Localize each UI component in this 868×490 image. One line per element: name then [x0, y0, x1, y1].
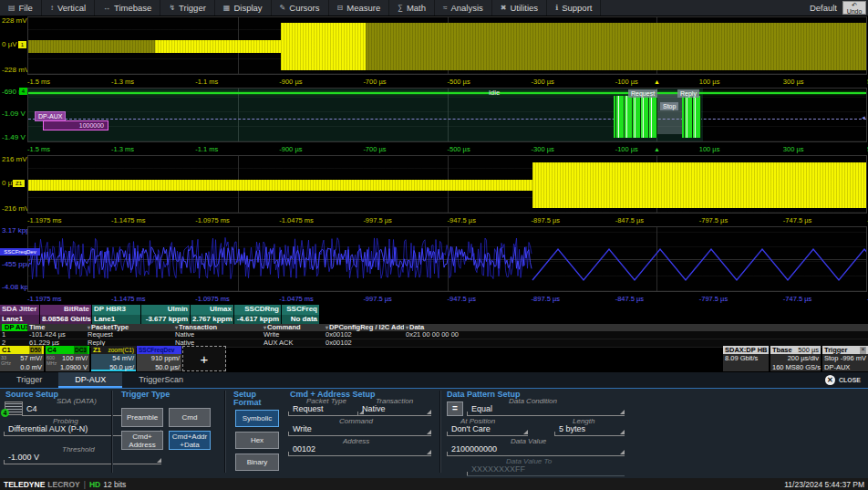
- cmd-button[interactable]: Cmd: [169, 408, 211, 427]
- status-bar: TELEDYNE LECROY | HD 12 bits 11/23/2024 …: [0, 478, 868, 490]
- aux-trigger-position-marker[interactable]: ▲: [654, 144, 660, 155]
- decode-row-1[interactable]: 1 -101.424 µs Request Native Write 0x001…: [0, 331, 868, 339]
- hbr3-uimax-value: 2.767 kppm: [191, 315, 234, 325]
- transaction-select[interactable]: Native: [357, 404, 431, 416]
- aux-ymid-label: -1.09 V: [2, 109, 26, 118]
- menu-cursors[interactable]: ✎Cursors: [272, 0, 329, 16]
- ssc-trace: [28, 227, 867, 292]
- length-select[interactable]: 5 bytes: [554, 424, 625, 436]
- menu-math[interactable]: ∑Math: [389, 0, 435, 16]
- menu-utilities[interactable]: ✖Utilities: [492, 0, 547, 16]
- cmd-addr-data-button[interactable]: Cmd+Addr+Data: [169, 431, 211, 450]
- ssc-trace-label-chip[interactable]: SSCFreqDev: [0, 248, 40, 255]
- menu-vertical[interactable]: ↕Vertical: [42, 0, 95, 16]
- sdax-title: SDAX:DP HB: [725, 346, 768, 354]
- separator: |: [84, 480, 86, 489]
- c4-descriptor[interactable]: C4DC3 600 MHz100 mV/1.0900 V: [46, 346, 89, 371]
- decode-col-command[interactable]: ▾Command: [262, 324, 324, 331]
- add-trace-button[interactable]: +: [182, 346, 226, 371]
- trigger-descriptor[interactable]: Trigger✕ Stop-996 mV DP-AUX: [822, 346, 868, 371]
- z1-name: Z1: [93, 346, 101, 354]
- z1-offset-marker[interactable]: Z1: [13, 180, 25, 187]
- sdax-descriptor[interactable]: SDAX:DP HB 8.09 Gbit/s: [723, 346, 769, 371]
- menu-measure[interactable]: ⊟Measure: [329, 0, 390, 16]
- data-value-to-input[interactable]: XXXXXXXXFF: [467, 464, 625, 476]
- sort-arrow-icon: ▾: [88, 325, 90, 330]
- data-condition-select[interactable]: Equal: [467, 404, 625, 416]
- hbr3-col-sscdrng: SSCDRng: [234, 305, 282, 315]
- c1-bandwidth: 33 GHz: [1, 355, 13, 366]
- c1-coupling-badge: D50: [29, 346, 42, 354]
- aux-trigger-level-marker[interactable]: ◄: [861, 115, 866, 120]
- tab-dp-aux[interactable]: DP-AUX: [58, 372, 122, 388]
- data-value-input[interactable]: 2100000000: [447, 444, 625, 456]
- close-button[interactable]: ✕CLOSE: [825, 372, 868, 388]
- jitter-title: SDA Jitter: [0, 305, 40, 315]
- aux-reply-chip: Reply: [677, 89, 699, 98]
- hbr3-uimin-value: -3.677 kppm: [141, 315, 191, 325]
- oscilloscope-app: ▤File ↕Vertical ↔Timebase ↯Trigger ▦Disp…: [0, 0, 868, 490]
- z1-descriptor[interactable]: Z1zoom(C1) 54 mV/50.0 µs/: [91, 346, 136, 371]
- trigger-title: Trigger: [824, 346, 847, 354]
- c1-descriptor[interactable]: C1D50 33 GHz57 mV/0.0 mV: [0, 346, 44, 371]
- menu-cursors-label: Cursors: [289, 3, 319, 13]
- timebase-descriptor[interactable]: Tbase500 µs 200 µs/div 160 MS80 GS/s: [770, 346, 821, 371]
- at-position-select[interactable]: Don't Care: [447, 424, 528, 436]
- menu-trigger-label: Trigger: [179, 3, 206, 13]
- trigger-settings-icon: ✕: [860, 347, 866, 354]
- tab-triggerscan[interactable]: TriggerScan: [122, 372, 200, 388]
- ssc-descriptor[interactable]: SSCFreqDev 910 ppm/50.0 µs/: [137, 346, 181, 371]
- decode-bus-chip[interactable]: DP AUX: [2, 324, 27, 331]
- aux-threshold-line[interactable]: [28, 119, 866, 120]
- c1-trace-dim-wide: [366, 23, 866, 70]
- c1-trigger-position-marker[interactable]: ▲: [654, 77, 660, 88]
- decode-col-address[interactable]: ▾DPConfigReg / I2C Address: [324, 324, 404, 331]
- sort-arrow-icon: ▾: [175, 325, 178, 330]
- command-select[interactable]: Write: [288, 424, 431, 436]
- decode-col-transaction[interactable]: ▾Transaction: [173, 324, 262, 331]
- menu-timebase[interactable]: ↔Timebase: [95, 0, 160, 16]
- threshold-input[interactable]: -1.000 V: [4, 453, 161, 464]
- vertical-icon: ↕: [50, 4, 54, 12]
- equals-icon[interactable]: =: [447, 401, 463, 416]
- address-input[interactable]: 00102: [288, 444, 431, 456]
- symbolic-button[interactable]: Symbolic: [235, 410, 279, 427]
- decode-col-data[interactable]: ▾Data: [404, 324, 868, 331]
- aux-bus-value-chip: 1000000: [43, 120, 108, 130]
- tab-trigger[interactable]: Trigger: [0, 372, 58, 388]
- cmd-address-button[interactable]: Cmd+Address: [121, 431, 163, 450]
- tbase-sampling: 160 MS80 GS/s: [770, 363, 821, 372]
- packet-type-select[interactable]: Request: [288, 404, 364, 416]
- c1-ymin-label: -228 mV: [2, 66, 29, 74]
- menu-analysis[interactable]: ≈Analysis: [435, 0, 492, 16]
- preamble-button[interactable]: Preamble: [121, 408, 163, 427]
- z1-source: zoom(C1): [108, 346, 134, 354]
- menu-support-label: Support: [562, 3, 592, 13]
- trigger-type-header: Trigger Type: [121, 390, 170, 399]
- menu-utilities-label: Utilities: [511, 3, 539, 13]
- hex-button[interactable]: Hex: [235, 432, 279, 449]
- menu-display[interactable]: ▦Display: [215, 0, 272, 16]
- sda-jitter-table: SDA Jitter BitRate Lane1 8.08568 Gbit/s: [0, 305, 92, 324]
- c1-offset-marker[interactable]: 1: [18, 41, 26, 48]
- undo-button[interactable]: ↶Undo: [842, 1, 866, 15]
- aux-offset-marker[interactable]: 4: [19, 88, 27, 95]
- ssc-name: SSCFreqDev: [139, 346, 174, 354]
- timebase-icon: ↔: [103, 4, 110, 12]
- decode-col-time[interactable]: Time: [27, 324, 86, 331]
- waveform-panel-ssc: 3.17 kppm -455 ppm -4.08 kppm SSCFreqDev…: [0, 226, 868, 305]
- z1-ymin-label: -216 mV: [2, 204, 29, 213]
- menu-trigger[interactable]: ↯Trigger: [160, 0, 214, 16]
- c1-time-axis: -1.5 ms-1.3 ms-1.1 ms-900 µs-700 µs-500 …: [27, 76, 867, 88]
- menu-file[interactable]: ▤File: [0, 0, 42, 16]
- divider: [439, 391, 441, 473]
- aux-request-chip: Request: [628, 89, 657, 98]
- sort-arrow-icon: ▾: [406, 325, 408, 330]
- bit-depth-label: 12 bits: [103, 480, 126, 489]
- z1-tdiv: 50.0 µs/: [91, 363, 134, 372]
- binary-button[interactable]: Binary: [235, 454, 279, 471]
- z1-vdiv: 54 mV/: [91, 354, 134, 363]
- menu-support[interactable]: ℹSupport: [547, 0, 601, 16]
- decode-col-packettype[interactable]: ▾PacketType: [86, 324, 173, 331]
- plus-icon: +: [201, 351, 209, 367]
